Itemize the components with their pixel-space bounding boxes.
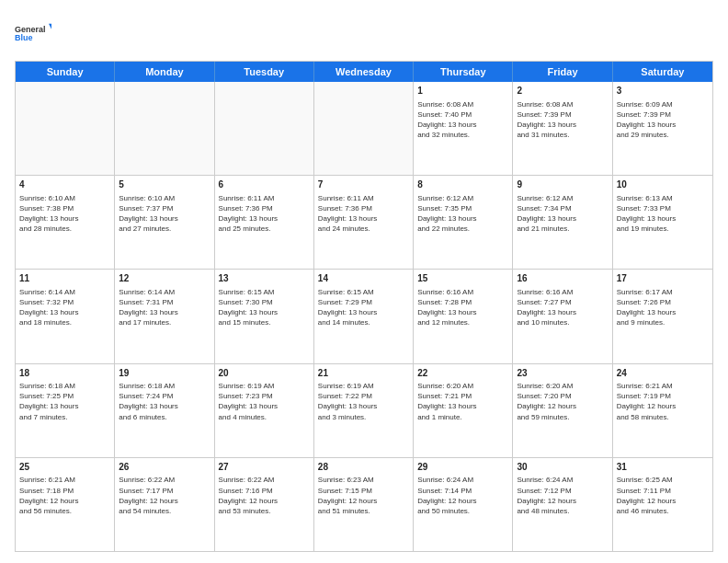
svg-text:General: General bbox=[15, 25, 46, 34]
day-number: 9 bbox=[517, 178, 608, 191]
page: General Blue SundayMondayTuesdayWednesda… bbox=[0, 0, 728, 563]
cell-info: Sunrise: 6:25 AMSunset: 7:11 PMDaylight:… bbox=[617, 475, 709, 516]
cal-day-12: 12Sunrise: 6:14 AMSunset: 7:31 PMDayligh… bbox=[115, 270, 214, 362]
cell-info: Sunrise: 6:15 AMSunset: 7:29 PMDaylight:… bbox=[318, 287, 409, 328]
cell-info: Sunrise: 6:14 AMSunset: 7:31 PMDaylight:… bbox=[119, 287, 210, 328]
cal-day-27: 27Sunrise: 6:22 AMSunset: 7:16 PMDayligh… bbox=[215, 458, 314, 551]
calendar-body: 1Sunrise: 6:08 AMSunset: 7:40 PMDaylight… bbox=[16, 82, 712, 551]
cal-header-tuesday: Tuesday bbox=[215, 62, 314, 82]
day-number: 6 bbox=[219, 178, 310, 191]
day-number: 17 bbox=[617, 272, 709, 285]
cal-day-6: 6Sunrise: 6:11 AMSunset: 7:36 PMDaylight… bbox=[215, 176, 314, 269]
cell-info: Sunrise: 6:12 AMSunset: 7:34 PMDaylight:… bbox=[517, 193, 608, 235]
cell-info: Sunrise: 6:11 AMSunset: 7:36 PMDaylight:… bbox=[318, 193, 409, 235]
cell-info: Sunrise: 6:11 AMSunset: 7:36 PMDaylight:… bbox=[219, 193, 310, 235]
cell-info: Sunrise: 6:13 AMSunset: 7:33 PMDaylight:… bbox=[617, 193, 709, 235]
cell-info: Sunrise: 6:22 AMSunset: 7:16 PMDaylight:… bbox=[219, 475, 310, 516]
cal-day-4: 4Sunrise: 6:10 AMSunset: 7:38 PMDaylight… bbox=[16, 176, 115, 269]
day-number: 20 bbox=[219, 367, 310, 380]
cal-day-29: 29Sunrise: 6:24 AMSunset: 7:14 PMDayligh… bbox=[414, 458, 513, 551]
cell-info: Sunrise: 6:21 AMSunset: 7:19 PMDaylight:… bbox=[617, 381, 709, 422]
day-number: 19 bbox=[119, 367, 210, 380]
day-number: 11 bbox=[19, 272, 110, 285]
cell-info: Sunrise: 6:18 AMSunset: 7:25 PMDaylight:… bbox=[19, 381, 110, 422]
day-number: 16 bbox=[517, 272, 608, 285]
cal-day-1: 1Sunrise: 6:08 AMSunset: 7:40 PMDaylight… bbox=[414, 82, 513, 175]
logo-svg: General Blue bbox=[15, 15, 51, 52]
cal-empty bbox=[314, 82, 414, 175]
day-number: 12 bbox=[119, 272, 210, 285]
cal-day-16: 16Sunrise: 6:16 AMSunset: 7:27 PMDayligh… bbox=[513, 270, 612, 362]
cell-info: Sunrise: 6:20 AMSunset: 7:21 PMDaylight:… bbox=[417, 381, 508, 422]
cal-day-19: 19Sunrise: 6:18 AMSunset: 7:24 PMDayligh… bbox=[115, 364, 214, 457]
cal-day-10: 10Sunrise: 6:13 AMSunset: 7:33 PMDayligh… bbox=[613, 176, 712, 269]
cal-day-17: 17Sunrise: 6:17 AMSunset: 7:26 PMDayligh… bbox=[613, 270, 712, 362]
cal-day-11: 11Sunrise: 6:14 AMSunset: 7:32 PMDayligh… bbox=[16, 270, 115, 362]
day-number: 14 bbox=[318, 272, 409, 285]
cell-info: Sunrise: 6:24 AMSunset: 7:12 PMDaylight:… bbox=[517, 475, 608, 516]
day-number: 25 bbox=[19, 461, 110, 474]
day-number: 21 bbox=[318, 367, 409, 380]
cal-header-monday: Monday bbox=[115, 62, 214, 82]
cal-day-7: 7Sunrise: 6:11 AMSunset: 7:36 PMDaylight… bbox=[314, 176, 414, 269]
day-number: 5 bbox=[119, 178, 210, 191]
day-number: 22 bbox=[417, 367, 508, 380]
cell-info: Sunrise: 6:22 AMSunset: 7:17 PMDaylight:… bbox=[119, 475, 210, 516]
day-number: 26 bbox=[119, 461, 210, 474]
cell-info: Sunrise: 6:10 AMSunset: 7:37 PMDaylight:… bbox=[119, 193, 210, 235]
cal-day-8: 8Sunrise: 6:12 AMSunset: 7:35 PMDaylight… bbox=[414, 176, 513, 269]
cell-info: Sunrise: 6:19 AMSunset: 7:22 PMDaylight:… bbox=[318, 381, 409, 422]
cell-info: Sunrise: 6:09 AMSunset: 7:39 PMDaylight:… bbox=[617, 99, 709, 141]
day-number: 2 bbox=[517, 85, 608, 98]
cal-day-2: 2Sunrise: 6:08 AMSunset: 7:39 PMDaylight… bbox=[513, 82, 612, 175]
cell-info: Sunrise: 6:19 AMSunset: 7:23 PMDaylight:… bbox=[219, 381, 310, 422]
cal-day-3: 3Sunrise: 6:09 AMSunset: 7:39 PMDaylight… bbox=[613, 82, 712, 175]
day-number: 7 bbox=[318, 178, 409, 191]
cal-empty bbox=[16, 82, 115, 175]
cal-day-23: 23Sunrise: 6:20 AMSunset: 7:20 PMDayligh… bbox=[513, 364, 612, 457]
day-number: 27 bbox=[219, 461, 310, 474]
cell-info: Sunrise: 6:15 AMSunset: 7:30 PMDaylight:… bbox=[219, 287, 310, 328]
day-number: 23 bbox=[517, 367, 608, 380]
cal-header-saturday: Saturday bbox=[613, 62, 712, 82]
cell-info: Sunrise: 6:24 AMSunset: 7:14 PMDaylight:… bbox=[417, 475, 508, 516]
cal-day-14: 14Sunrise: 6:15 AMSunset: 7:29 PMDayligh… bbox=[314, 270, 414, 362]
day-number: 3 bbox=[617, 85, 709, 98]
cell-info: Sunrise: 6:10 AMSunset: 7:38 PMDaylight:… bbox=[19, 193, 110, 235]
cell-info: Sunrise: 6:08 AMSunset: 7:39 PMDaylight:… bbox=[517, 99, 608, 141]
day-number: 13 bbox=[219, 272, 310, 285]
cal-day-24: 24Sunrise: 6:21 AMSunset: 7:19 PMDayligh… bbox=[613, 364, 712, 457]
cell-info: Sunrise: 6:23 AMSunset: 7:15 PMDaylight:… bbox=[318, 475, 409, 516]
day-number: 15 bbox=[417, 272, 508, 285]
cal-header-friday: Friday bbox=[513, 62, 612, 82]
day-number: 28 bbox=[318, 461, 409, 474]
cal-day-20: 20Sunrise: 6:19 AMSunset: 7:23 PMDayligh… bbox=[215, 364, 314, 457]
cal-day-18: 18Sunrise: 6:18 AMSunset: 7:25 PMDayligh… bbox=[16, 364, 115, 457]
day-number: 8 bbox=[417, 178, 508, 191]
cal-empty bbox=[215, 82, 314, 175]
calendar: SundayMondayTuesdayWednesdayThursdayFrid… bbox=[15, 61, 713, 552]
cell-info: Sunrise: 6:16 AMSunset: 7:28 PMDaylight:… bbox=[417, 287, 508, 328]
logo: General Blue bbox=[15, 15, 51, 52]
day-number: 10 bbox=[617, 178, 709, 191]
calendar-header: SundayMondayTuesdayWednesdayThursdayFrid… bbox=[16, 62, 712, 82]
cal-day-21: 21Sunrise: 6:19 AMSunset: 7:22 PMDayligh… bbox=[314, 364, 414, 457]
cal-day-30: 30Sunrise: 6:24 AMSunset: 7:12 PMDayligh… bbox=[513, 458, 612, 551]
cal-day-22: 22Sunrise: 6:20 AMSunset: 7:21 PMDayligh… bbox=[414, 364, 513, 457]
cell-info: Sunrise: 6:20 AMSunset: 7:20 PMDaylight:… bbox=[517, 381, 608, 422]
cal-day-15: 15Sunrise: 6:16 AMSunset: 7:28 PMDayligh… bbox=[414, 270, 513, 362]
cal-header-sunday: Sunday bbox=[16, 62, 115, 82]
header: General Blue bbox=[15, 15, 713, 52]
cal-day-9: 9Sunrise: 6:12 AMSunset: 7:34 PMDaylight… bbox=[513, 176, 612, 269]
cell-info: Sunrise: 6:08 AMSunset: 7:40 PMDaylight:… bbox=[417, 99, 508, 141]
day-number: 29 bbox=[417, 461, 508, 474]
cell-info: Sunrise: 6:21 AMSunset: 7:18 PMDaylight:… bbox=[19, 475, 110, 516]
day-number: 24 bbox=[617, 367, 709, 380]
cell-info: Sunrise: 6:18 AMSunset: 7:24 PMDaylight:… bbox=[119, 381, 210, 422]
cal-empty bbox=[115, 82, 214, 175]
cal-day-26: 26Sunrise: 6:22 AMSunset: 7:17 PMDayligh… bbox=[115, 458, 214, 551]
cell-info: Sunrise: 6:16 AMSunset: 7:27 PMDaylight:… bbox=[517, 287, 608, 328]
day-number: 4 bbox=[19, 178, 110, 191]
cal-header-thursday: Thursday bbox=[414, 62, 513, 82]
cell-info: Sunrise: 6:17 AMSunset: 7:26 PMDaylight:… bbox=[617, 287, 709, 328]
